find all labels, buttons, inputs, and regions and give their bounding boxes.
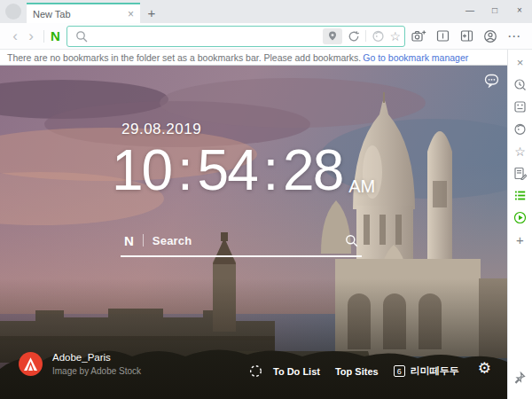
- address-bar[interactable]: ☆: [66, 26, 405, 47]
- new-tab-page: 29.08.2019 10 : 54 : 28 AM N Search: [0, 66, 507, 399]
- add-app-icon[interactable]: +: [510, 229, 531, 251]
- bottom-menu: To Do List Top Sites 6 리미떼두두: [249, 364, 459, 378]
- app-label: 리미떼두두: [411, 364, 459, 378]
- wallpaper-attribution: Adobe_Paris Image by Adobe Stock: [19, 352, 141, 376]
- bookmark-manager-link[interactable]: Go to bookmark manager: [363, 52, 468, 63]
- wallpaper-title: Adobe_Paris: [52, 352, 141, 363]
- sidebar-rail: ×: [507, 50, 532, 399]
- app-shortcut[interactable]: 6 리미떼두두: [394, 364, 459, 378]
- new-tab-button[interactable]: +: [140, 3, 163, 23]
- top-sites-button[interactable]: Top Sites: [335, 366, 379, 377]
- whale-icon[interactable]: [370, 28, 386, 44]
- window-close-button[interactable]: ×: [507, 0, 532, 20]
- clock-time: 10 : 54 : 28: [112, 142, 342, 199]
- capture-icon[interactable]: [408, 26, 429, 47]
- naver-search-box[interactable]: N Search: [121, 231, 362, 257]
- settings-gear-icon[interactable]: ⚙: [478, 361, 491, 376]
- tab-bar: New Tab × + — □ ×: [0, 0, 532, 23]
- nav-divider: [43, 30, 44, 43]
- maximize-button[interactable]: □: [482, 0, 507, 20]
- address-divider: [365, 30, 366, 42]
- media-play-icon[interactable]: [510, 207, 531, 229]
- adobe-stock-logo: [19, 352, 43, 376]
- window-controls: — □ ×: [458, 0, 532, 23]
- naver-search-logo: N: [124, 233, 134, 248]
- navigation-bar: ‹ › N: [0, 23, 532, 50]
- todo-list-button[interactable]: To Do List: [273, 366, 320, 377]
- split-window-icon[interactable]: [456, 26, 477, 47]
- calculator-icon[interactable]: [510, 96, 531, 118]
- browser-window: New Tab × + — □ × ‹ › N: [0, 0, 532, 399]
- feedback-bubble-icon[interactable]: [484, 74, 499, 88]
- minimize-button[interactable]: —: [458, 0, 482, 20]
- tab-close-icon[interactable]: ×: [128, 8, 134, 20]
- clock-display: 10 : 54 : 28 AM: [112, 142, 375, 199]
- location-icon[interactable]: [323, 28, 342, 44]
- naver-list-icon[interactable]: [510, 184, 531, 207]
- more-menu-icon[interactable]: ⋯: [504, 26, 525, 47]
- naver-logo[interactable]: N: [51, 28, 60, 43]
- app-badge-count: 6: [394, 365, 405, 377]
- address-input[interactable]: [95, 28, 324, 44]
- memo-icon[interactable]: [510, 162, 531, 184]
- wallpaper-credit: Image by Adobe Stock: [52, 366, 141, 376]
- search-magnifier-icon[interactable]: [345, 234, 358, 247]
- bookmarks-empty-message: There are no bookmarks in the folder set…: [7, 52, 361, 63]
- unpin-sidebar-icon[interactable]: [510, 366, 531, 388]
- search-placeholder: Search: [153, 234, 345, 247]
- bookmark-star-icon[interactable]: ☆: [389, 29, 401, 43]
- reload-icon[interactable]: [346, 28, 362, 44]
- bookmarks-bar: There are no bookmarks in the folder set…: [0, 50, 507, 66]
- search-divider: [143, 234, 144, 246]
- forward-button[interactable]: ›: [23, 28, 39, 43]
- sidebar-panel-icon[interactable]: [432, 26, 453, 47]
- tab-new-tab[interactable]: New Tab ×: [27, 3, 140, 23]
- bookmarks-star-icon[interactable]: ☆: [510, 140, 531, 162]
- back-button[interactable]: ‹: [7, 28, 23, 43]
- window-corner-decoration: [5, 4, 21, 20]
- search-icon: [74, 28, 90, 44]
- date-display: 29.08.2019: [121, 121, 201, 138]
- profile-icon[interactable]: [480, 26, 501, 47]
- whale-sidebar-icon[interactable]: [510, 118, 531, 140]
- clock-meridiem: AM: [348, 177, 375, 195]
- sidebar-close-icon[interactable]: ×: [510, 51, 531, 74]
- tab-title: New Tab: [33, 9, 128, 20]
- history-clock-icon[interactable]: [510, 74, 531, 96]
- shuffle-background-icon[interactable]: [249, 364, 262, 378]
